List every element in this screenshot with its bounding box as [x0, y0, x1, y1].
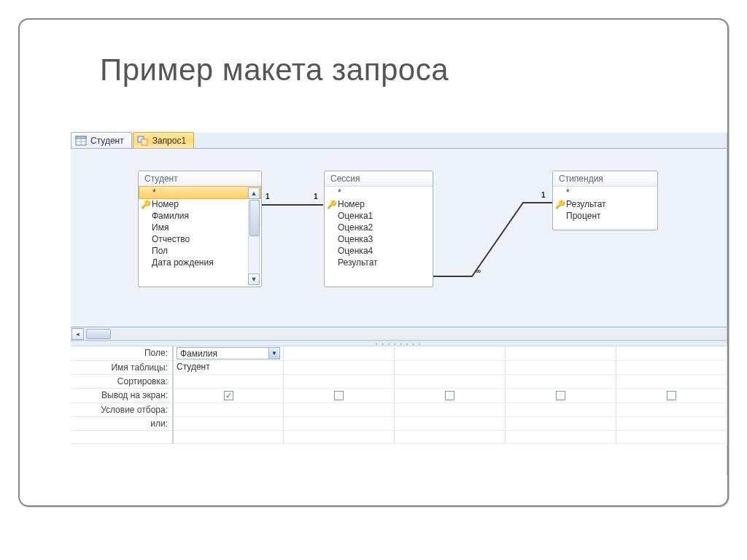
- grid-cell[interactable]: [616, 346, 727, 361]
- access-query-designer: Студент Запрос1 1 1 ∞ 1 Студент *: [71, 133, 727, 475]
- grid-cell-show[interactable]: [616, 389, 727, 403]
- grid-cell[interactable]: [616, 375, 727, 389]
- entity-title: Стипендия: [553, 171, 657, 187]
- grid-cell[interactable]: [395, 431, 506, 444]
- entity-field[interactable]: 🔑Результат: [553, 198, 657, 210]
- field-combobox[interactable]: Фамилия ▼: [177, 347, 280, 359]
- grid-cell-table[interactable]: Студент: [173, 361, 284, 375]
- entity-field[interactable]: *: [139, 186, 261, 199]
- tab-label: Запрос1: [152, 136, 186, 146]
- grid-row-blank: [71, 431, 173, 444]
- entity-field[interactable]: *: [553, 187, 657, 198]
- grid-cell[interactable]: [395, 375, 506, 389]
- show-checkbox[interactable]: [224, 391, 233, 400]
- slide-frame: Пример макета запроса Студент Запрос1 1: [18, 18, 729, 507]
- grid-cell[interactable]: [284, 375, 395, 389]
- key-icon: 🔑: [327, 200, 336, 209]
- grid-cell[interactable]: [284, 346, 395, 361]
- show-checkbox[interactable]: [556, 391, 565, 400]
- svg-rect-5: [142, 139, 147, 145]
- grid-cell[interactable]: [284, 403, 395, 417]
- grid-cell[interactable]: [284, 361, 395, 375]
- entity-field[interactable]: *: [325, 187, 433, 198]
- entity-field[interactable]: Оценка4: [325, 245, 433, 257]
- entity-session[interactable]: Сессия * 🔑Номер Оценка1 Оценка2 Оценка3 …: [324, 171, 433, 287]
- grid-cell[interactable]: [284, 431, 395, 444]
- horizontal-scrollbar[interactable]: ◂: [71, 327, 727, 341]
- tab-strip: Студент Запрос1: [71, 133, 727, 149]
- show-checkbox[interactable]: [334, 391, 344, 400]
- query-icon: [137, 135, 149, 147]
- grid-cell[interactable]: [506, 417, 616, 431]
- entity-field[interactable]: Оценка1: [325, 210, 433, 222]
- entity-field[interactable]: Дата рождения: [139, 257, 261, 268]
- relation-cardinality-left: 1: [266, 192, 270, 201]
- show-checkbox[interactable]: [445, 391, 454, 400]
- grid-row-sort-label: Сортировка:: [71, 375, 173, 389]
- scroll-down-button[interactable]: ▼: [248, 273, 260, 285]
- grid-cell[interactable]: [616, 361, 727, 375]
- entity-title: Студент: [139, 171, 261, 187]
- entity-field[interactable]: Процент: [553, 210, 657, 222]
- table-icon: [75, 135, 87, 147]
- scrollbar-thumb[interactable]: [249, 200, 260, 236]
- grid-row-or-label: или:: [71, 417, 173, 431]
- grid-cell[interactable]: [173, 431, 284, 444]
- scrollbar-thumb[interactable]: [86, 329, 111, 339]
- entity-field[interactable]: Оценка3: [325, 233, 433, 245]
- key-icon: 🔑: [555, 200, 564, 209]
- pane-splitter[interactable]: • • • • • • • •: [71, 341, 727, 346]
- grid-cell[interactable]: [395, 346, 506, 361]
- relation-cardinality-right: 1: [314, 192, 318, 201]
- tab-student[interactable]: Студент: [71, 132, 132, 148]
- grid-cell[interactable]: [616, 403, 727, 417]
- grid-cell[interactable]: [616, 431, 727, 444]
- grid-cell[interactable]: [506, 361, 616, 375]
- query-design-grid: Поле: Фамилия ▼ Имя таблицы: Студент Сор…: [71, 346, 727, 444]
- entity-field[interactable]: Имя: [139, 222, 261, 233]
- relation-cardinality-right: 1: [541, 191, 546, 199]
- entity-field[interactable]: Результат: [325, 257, 433, 268]
- scroll-left-button[interactable]: ◂: [71, 328, 84, 340]
- grid-cell[interactable]: [506, 403, 616, 417]
- grid-cell[interactable]: [395, 361, 506, 375]
- scroll-up-button[interactable]: ▲: [248, 187, 260, 199]
- tab-query1[interactable]: Запрос1: [133, 132, 194, 148]
- grid-row-field-label: Поле:: [71, 346, 173, 361]
- entity-field[interactable]: Фамилия: [139, 210, 261, 222]
- grid-cell[interactable]: [395, 403, 506, 417]
- grid-cell-or[interactable]: [173, 417, 284, 431]
- grid-cell-show[interactable]: [506, 389, 616, 403]
- entity-field[interactable]: 🔑Номер: [139, 198, 261, 210]
- entity-title: Сессия: [325, 171, 433, 187]
- grid-cell-show[interactable]: [173, 389, 284, 403]
- show-checkbox[interactable]: [667, 391, 676, 400]
- grid-row-table-label: Имя таблицы:: [71, 361, 173, 375]
- relationship-diagram-pane[interactable]: 1 1 ∞ 1 Студент * 🔑Номер Фамилия Имя Отч…: [71, 149, 727, 327]
- entity-field[interactable]: Пол: [139, 245, 261, 257]
- grid-cell-show[interactable]: [395, 389, 506, 403]
- grid-cell-sort[interactable]: [173, 375, 284, 389]
- grid-cell-field[interactable]: Фамилия ▼: [173, 346, 284, 361]
- scrollbar-track[interactable]: [248, 200, 260, 273]
- grid-cell[interactable]: [395, 417, 506, 431]
- grid-cell[interactable]: [284, 417, 395, 431]
- entity-field[interactable]: Оценка2: [325, 222, 433, 233]
- grid-cell[interactable]: [506, 375, 616, 389]
- entity-field[interactable]: Отчество: [139, 233, 261, 245]
- grid-cell[interactable]: [506, 431, 616, 444]
- entity-stipend[interactable]: Стипендия * 🔑Результат Процент: [552, 171, 658, 230]
- grid-cell-show[interactable]: [284, 389, 395, 403]
- entity-student[interactable]: Студент * 🔑Номер Фамилия Имя Отчество По…: [138, 171, 262, 287]
- chevron-down-icon[interactable]: ▼: [268, 348, 279, 359]
- relation-cardinality-left: ∞: [476, 267, 481, 275]
- key-icon: 🔑: [141, 200, 150, 209]
- grid-cell-criteria[interactable]: [173, 403, 284, 417]
- grid-cell[interactable]: [506, 346, 616, 361]
- grid-cell[interactable]: [616, 417, 727, 431]
- entity-field[interactable]: 🔑Номер: [325, 198, 433, 210]
- slide-title: Пример макета запроса: [100, 52, 449, 88]
- tab-label: Студент: [90, 136, 124, 146]
- svg-rect-1: [76, 136, 86, 139]
- grid-row-show-label: Вывод на экран:: [71, 389, 173, 403]
